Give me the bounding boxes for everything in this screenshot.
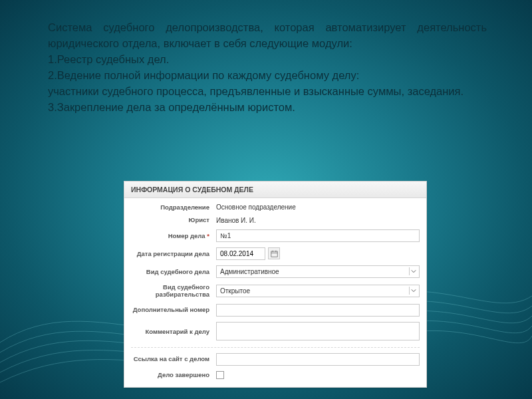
label-department: Подразделение [131, 203, 216, 211]
row-hearing-type: Вид судебного разбирательства [131, 281, 420, 301]
calendar-button[interactable] [268, 247, 280, 259]
hearing-type-select[interactable] [216, 285, 420, 297]
label-lawyer: Юрист [131, 216, 216, 223]
label-site-link: Ссылка на сайт с делом [131, 355, 216, 362]
row-case-type: Вид судебного дела [131, 263, 420, 281]
label-comment: Комментарий к делу [131, 328, 216, 335]
list-item-2: 2.Ведение полной информации по каждому с… [48, 68, 487, 84]
row-case-number: Номер дела * [131, 227, 420, 245]
completed-checkbox[interactable] [216, 371, 224, 379]
label-hearing-type: Вид судебного разбирательства [131, 283, 216, 299]
label-completed: Дело завершено [131, 371, 216, 378]
reg-date-input[interactable] [216, 247, 265, 260]
extra-number-input[interactable] [216, 304, 420, 317]
calendar-icon [271, 250, 278, 257]
row-completed: Дело завершено [131, 368, 420, 382]
slide-description: Система судебного делопроизводства, кото… [48, 20, 487, 116]
list-item-2b: участники судебного процесса, предъявлен… [48, 84, 487, 100]
row-site-link: Ссылка на сайт с делом [131, 350, 420, 368]
case-number-input[interactable] [216, 229, 420, 242]
value-lawyer: Иванов И. И. [216, 217, 420, 224]
label-case-number: Номер дела * [131, 232, 216, 239]
comment-textarea[interactable] [216, 322, 420, 340]
list-item-3: 3.Закрепление дела за определённым юрист… [48, 100, 487, 116]
case-type-select[interactable] [216, 265, 420, 278]
intro-text: Система судебного делопроизводства, кото… [48, 20, 487, 52]
form-body: Подразделение Основное подразделение Юри… [124, 198, 426, 387]
row-extra-number: Дополнительный номер [131, 301, 420, 319]
list-item-1: 1.Реестр судебных дел. [48, 52, 487, 68]
label-extra-number: Дополнительный номер [131, 306, 216, 313]
case-form: ИНФОРМАЦИЯ О СУДЕБНОМ ДЕЛЕ Подразделение… [124, 181, 427, 388]
row-comment: Комментарий к делу [131, 319, 420, 344]
required-mark: * [207, 232, 209, 239]
label-case-number-text: Номер дела [168, 232, 205, 239]
form-header: ИНФОРМАЦИЯ О СУДЕБНОМ ДЕЛЕ [124, 182, 426, 198]
row-lawyer: Юрист Иванов И. И. [131, 213, 420, 226]
row-reg-date: Дата регистрации дела [131, 245, 420, 263]
divider [131, 347, 420, 348]
site-link-input[interactable] [216, 353, 420, 366]
value-department: Основное подразделение [216, 203, 420, 211]
label-case-type: Вид судебного дела [131, 268, 216, 275]
label-reg-date: Дата регистрации дела [131, 250, 216, 257]
row-department: Подразделение Основное подразделение [131, 201, 420, 213]
svg-rect-0 [271, 251, 277, 257]
